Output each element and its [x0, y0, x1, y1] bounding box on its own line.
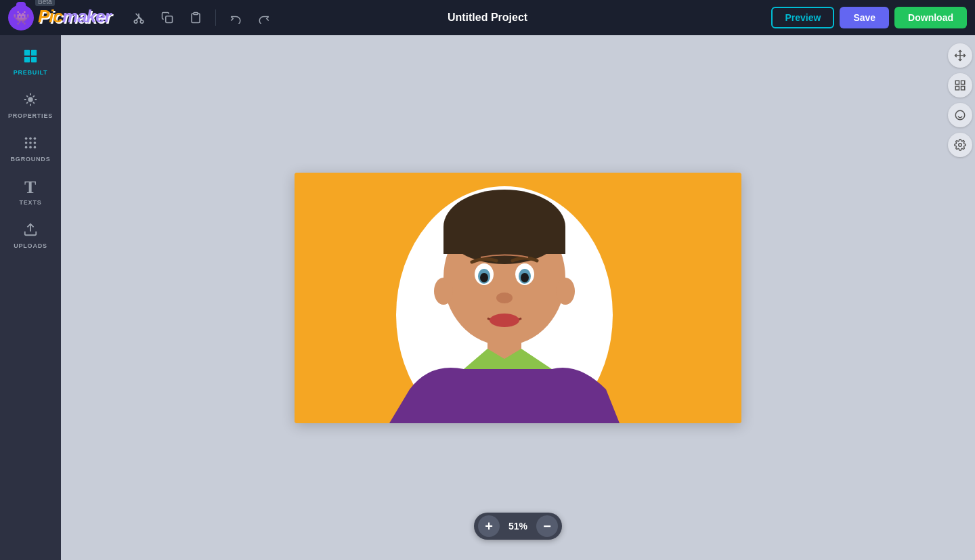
texts-label: TEXTS	[19, 199, 41, 206]
svg-rect-5	[31, 50, 37, 56]
canvas-area[interactable]: + 51% −	[61, 35, 975, 560]
texts-icon: T	[24, 179, 37, 196]
svg-point-15	[25, 146, 28, 149]
copy-button[interactable]	[156, 6, 179, 29]
sidebar: PREBUILT PROPERTIES	[0, 35, 61, 560]
redo-button[interactable]	[253, 6, 276, 29]
download-button[interactable]: Download	[894, 7, 967, 28]
design-canvas	[295, 173, 741, 423]
cut-button[interactable]	[127, 6, 150, 29]
svg-rect-7	[31, 57, 37, 62]
right-controls	[945, 35, 975, 157]
toolbar-divider	[215, 9, 216, 26]
navbar: 👾 Beta Picmaker	[0, 0, 975, 35]
uploads-label: UPLOADS	[14, 242, 47, 249]
svg-rect-40	[961, 87, 965, 90]
svg-point-8	[28, 97, 32, 102]
svg-point-16	[29, 146, 32, 149]
nav-actions: Preview Save Download	[771, 7, 967, 28]
uploads-icon	[23, 222, 38, 240]
svg-point-42	[959, 144, 962, 147]
svg-point-14	[34, 142, 37, 144]
svg-rect-2	[165, 16, 172, 23]
svg-point-30	[496, 293, 513, 303]
logo-monster-icon: 👾	[8, 5, 34, 30]
svg-rect-4	[24, 50, 30, 56]
svg-rect-39	[955, 87, 959, 90]
svg-point-10	[29, 137, 32, 140]
properties-label: PROPERTIES	[8, 112, 53, 119]
bgrounds-label: BGROUNDS	[11, 156, 51, 163]
prebuilt-label: PREBUILT	[14, 69, 48, 76]
bgrounds-icon	[23, 135, 38, 153]
sidebar-item-prebuilt[interactable]: PREBUILT	[0, 41, 61, 84]
grid-button[interactable]	[948, 73, 972, 98]
svg-rect-38	[961, 81, 965, 84]
svg-rect-6	[24, 57, 30, 62]
sidebar-item-uploads[interactable]: UPLOADS	[0, 214, 61, 257]
svg-point-17	[34, 146, 37, 149]
save-button[interactable]: Save	[840, 7, 889, 28]
sidebar-item-texts[interactable]: T TEXTS	[0, 171, 61, 214]
prebuilt-icon	[23, 49, 38, 66]
sidebar-item-properties[interactable]: PROPERTIES	[0, 84, 61, 127]
svg-point-28	[480, 273, 488, 282]
zoom-out-button[interactable]: −	[536, 515, 558, 537]
undo-button[interactable]	[224, 6, 247, 29]
svg-rect-37	[955, 81, 959, 84]
canvas-svg	[295, 173, 741, 423]
face-button[interactable]	[948, 103, 972, 127]
svg-rect-3	[194, 13, 198, 15]
svg-point-13	[29, 142, 32, 144]
zoom-level: 51%	[500, 521, 536, 532]
preview-button[interactable]: Preview	[771, 7, 834, 28]
project-title: Untitled Project	[448, 12, 527, 24]
svg-point-31	[490, 314, 519, 327]
paste-button[interactable]	[184, 6, 207, 29]
svg-point-34	[556, 278, 575, 305]
app-logo-text: Picmaker	[38, 6, 111, 27]
logo-area: 👾 Beta Picmaker	[8, 5, 111, 30]
svg-point-29	[521, 273, 529, 282]
svg-point-9	[25, 137, 28, 140]
zoom-in-button[interactable]: +	[478, 515, 500, 537]
svg-point-33	[434, 278, 453, 305]
beta-badge: Beta	[35, 0, 55, 6]
sidebar-item-bgrounds[interactable]: BGROUNDS	[0, 127, 61, 171]
main-area: PREBUILT PROPERTIES	[0, 35, 975, 560]
move-tool-button[interactable]	[948, 43, 972, 68]
svg-rect-23	[443, 227, 565, 254]
svg-point-11	[34, 137, 37, 140]
svg-point-12	[25, 142, 28, 144]
settings-button[interactable]	[948, 133, 972, 157]
zoom-controls: + 51% −	[474, 513, 562, 540]
svg-point-41	[955, 110, 965, 120]
properties-icon	[23, 92, 38, 110]
